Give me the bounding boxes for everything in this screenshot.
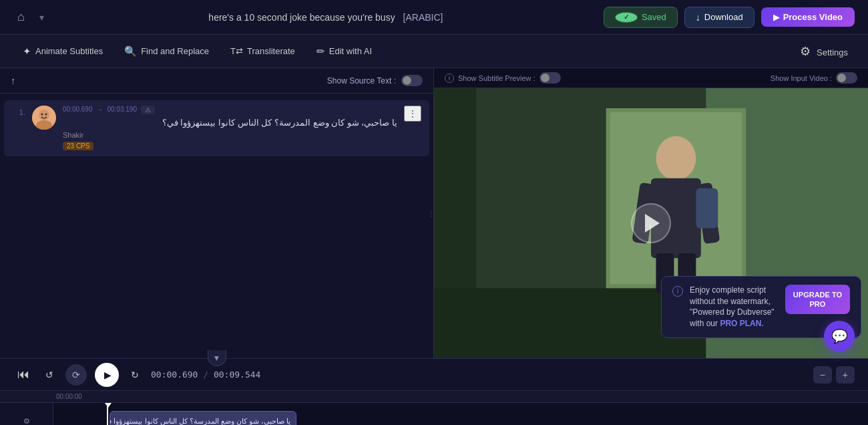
- sync-icon: ⟳: [72, 370, 80, 380]
- edit-ai-icon: ✏: [316, 45, 325, 57]
- svg-rect-17: [696, 188, 718, 229]
- play-main-button[interactable]: ▶: [95, 363, 119, 387]
- play-main-icon: ▶: [104, 370, 112, 380]
- chat-button[interactable]: 💬: [824, 321, 855, 351]
- search-icon: 🔍: [124, 45, 137, 57]
- animate-subtitles-button[interactable]: ✦ Animate Subtitles: [13, 41, 112, 62]
- forward5-button[interactable]: ↻: [127, 365, 143, 384]
- input-video-control: Show Input Video :: [771, 72, 857, 84]
- track-label-area: ⚙: [0, 403, 53, 425]
- input-video-toggle[interactable]: [836, 72, 857, 84]
- download-button[interactable]: ↓ Download: [684, 7, 754, 28]
- rewind-icon: ⏮: [17, 368, 29, 381]
- play-triangle-icon: [645, 214, 660, 233]
- playhead: [107, 403, 108, 425]
- find-replace-button[interactable]: 🔍 Find and Replace: [115, 41, 218, 62]
- back5-button[interactable]: ↺: [41, 365, 57, 384]
- subtitle-content: 00:00.690 → 00:03.190 ⚠ يا صاحبي، شو كان…: [63, 106, 397, 151]
- process-video-button[interactable]: ▶ Process Video: [761, 7, 855, 27]
- forward5-icon: ↻: [131, 370, 139, 380]
- video-area: i Enjoy complete script without the wate…: [434, 88, 868, 358]
- home-button[interactable]: ⌂: [13, 7, 29, 27]
- subtitle-speaker: Shakir: [63, 131, 397, 139]
- timeline-body: 00:00:00 يا صاحبي، شو كان وضع المدرسة؟ ك…: [0, 391, 868, 425]
- settings-button[interactable]: ⚙ Settings: [793, 39, 855, 63]
- upgrade-info-icon: i: [672, 286, 683, 297]
- info-icon: i: [445, 74, 454, 83]
- upgrade-to-pro-button[interactable]: UPGRADE TO PRO: [785, 285, 850, 315]
- svg-point-4: [45, 114, 47, 116]
- rewind-to-start-button[interactable]: ⏮: [13, 365, 33, 384]
- header-actions: ✓ Saved ↓ Download ▶ Process Video: [604, 7, 855, 28]
- subtitle-menu-button[interactable]: ⋮: [404, 106, 421, 122]
- subtitle-times: 00:00.690 → 00:03.190 ⚠: [63, 106, 397, 114]
- zoom-in-icon: +: [843, 370, 848, 380]
- playback-controls: ⏮ ↺ ⟳ ▶ ↻ 00:00.690 / 00:09.544 − +: [0, 358, 868, 390]
- toolbar-right: ⚙ Settings: [793, 39, 855, 63]
- subtitle-header: ↑ Show Source Text :: [0, 68, 433, 94]
- timeline-subtitle-block[interactable]: يا صاحبي، شو كان وضع المدرسة؟ كل الناس ك…: [110, 411, 296, 425]
- video-panel: i Show Subtitle Preview : Show Input Vid…: [434, 68, 868, 358]
- subtitle-text: يا صاحبي، شو كان وضع المدرسة؟ كل الناس ك…: [63, 116, 397, 130]
- check-icon: ✓: [615, 12, 638, 23]
- avatar: [32, 106, 56, 130]
- subtitle-list: 1. 00:00.690: [0, 94, 433, 358]
- animate-icon: ✦: [23, 45, 31, 57]
- zoom-out-button[interactable]: −: [813, 366, 832, 384]
- timeline-ruler: 00:00:00: [0, 391, 868, 403]
- chat-icon: 💬: [831, 328, 848, 344]
- header-title: here's a 10 second joke because you're b…: [48, 12, 604, 23]
- saved-button[interactable]: ✓ Saved: [604, 7, 678, 28]
- export-button[interactable]: ↑: [11, 75, 16, 86]
- header-chevron-button[interactable]: ▾: [35, 9, 48, 25]
- edit-with-ai-button[interactable]: ✏ Edit with AI: [307, 41, 381, 62]
- subtitle-item[interactable]: 1. 00:00.690: [4, 100, 429, 156]
- zoom-out-icon: −: [820, 370, 825, 380]
- process-icon: ▶: [773, 13, 779, 22]
- panel-drag-handle[interactable]: ⋮: [429, 68, 433, 358]
- svg-point-11: [656, 136, 696, 180]
- transliterate-icon: T⇄: [230, 46, 243, 56]
- show-source-toggle[interactable]: [401, 75, 423, 86]
- svg-point-1: [39, 110, 49, 120]
- subtitle-panel: ↑ Show Source Text : 1.: [0, 68, 434, 358]
- show-source-text-control: Show Source Text :: [327, 75, 423, 86]
- subtitle-preview-toggle[interactable]: [539, 72, 561, 84]
- back5-icon: ↺: [45, 370, 53, 380]
- header: ⌂ ▾ here's a 10 second joke because you'…: [0, 0, 868, 35]
- main-content: ↑ Show Source Text : 1.: [0, 68, 868, 358]
- playhead-top: [105, 403, 112, 408]
- sync-button[interactable]: ⟳: [65, 364, 87, 386]
- subtitle-number: 1.: [12, 108, 25, 116]
- play-button-overlay[interactable]: [631, 203, 671, 243]
- fps-badge: ⚠: [141, 106, 155, 114]
- timeline: 00:00:00 يا صاحبي، شو كان وضع المدرسة؟ ك…: [0, 390, 868, 425]
- video-show-controls: i Show Subtitle Preview : Show Input Vid…: [434, 68, 868, 88]
- transliterate-button[interactable]: T⇄ Transliterate: [221, 41, 304, 61]
- subtitle-preview-control: i Show Subtitle Preview :: [445, 72, 561, 84]
- ruler-mark-0: 00:00:00: [56, 393, 82, 400]
- time-display: 00:00.690 / 00:09.544: [151, 370, 260, 380]
- upgrade-text: Enjoy complete script without the waterm…: [690, 285, 779, 329]
- svg-point-3: [41, 114, 43, 116]
- settings-icon: ⚙: [800, 45, 811, 58]
- track-options-button[interactable]: ⚙: [23, 417, 30, 426]
- zoom-in-button[interactable]: +: [836, 366, 855, 384]
- info-badge: 23 CPS: [63, 142, 93, 150]
- toolbar: ✦ Animate Subtitles 🔍 Find and Replace T…: [0, 35, 868, 68]
- download-icon: ↓: [696, 12, 700, 23]
- timeline-track: يا صاحبي، شو كان وضع المدرسة؟ كل الناس ك…: [0, 403, 868, 425]
- zoom-controls: − +: [813, 366, 855, 384]
